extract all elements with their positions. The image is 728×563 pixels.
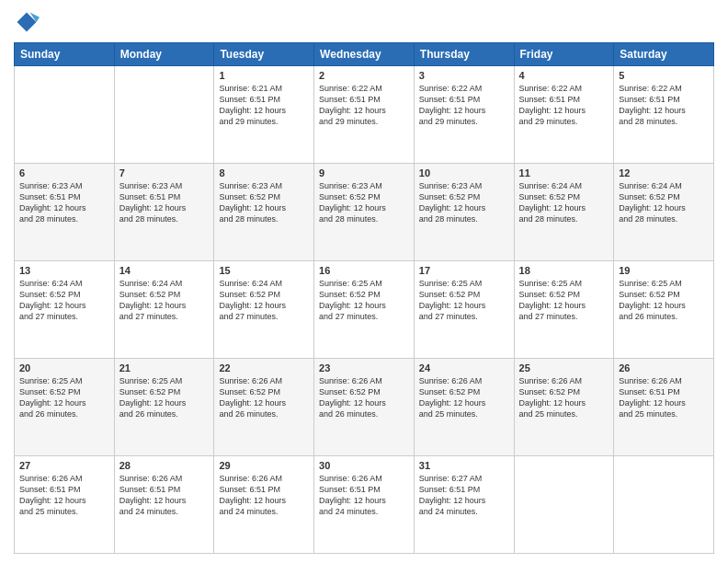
day-info: Sunrise: 6:24 AMSunset: 6:52 PMDaylight:…: [219, 278, 309, 323]
weekday-header: Friday: [514, 43, 614, 66]
day-info: Sunrise: 6:26 AMSunset: 6:51 PMDaylight:…: [219, 473, 309, 518]
calendar-table: SundayMondayTuesdayWednesdayThursdayFrid…: [14, 42, 714, 554]
day-number: 30: [319, 460, 409, 471]
day-info: Sunrise: 6:25 AMSunset: 6:52 PMDaylight:…: [619, 278, 709, 323]
day-number: 1: [219, 70, 309, 81]
weekday-header-row: SundayMondayTuesdayWednesdayThursdayFrid…: [15, 43, 714, 66]
day-info: Sunrise: 6:22 AMSunset: 6:51 PMDaylight:…: [319, 83, 409, 128]
day-number: 11: [519, 167, 609, 178]
day-number: 8: [219, 167, 309, 178]
day-info: Sunrise: 6:25 AMSunset: 6:52 PMDaylight:…: [519, 278, 609, 323]
calendar-cell: 14Sunrise: 6:24 AMSunset: 6:52 PMDayligh…: [114, 261, 214, 359]
calendar-cell: 5Sunrise: 6:22 AMSunset: 6:51 PMDaylight…: [614, 66, 714, 164]
calendar-cell: 19Sunrise: 6:25 AMSunset: 6:52 PMDayligh…: [614, 261, 714, 359]
day-number: 7: [119, 167, 210, 178]
calendar-cell: 24Sunrise: 6:26 AMSunset: 6:52 PMDayligh…: [414, 359, 514, 456]
day-number: 14: [119, 265, 210, 276]
day-number: 13: [19, 265, 109, 276]
calendar-cell: [514, 456, 614, 554]
day-number: 17: [419, 265, 509, 276]
calendar-cell: 11Sunrise: 6:24 AMSunset: 6:52 PMDayligh…: [514, 164, 614, 261]
header: [14, 9, 714, 35]
day-info: Sunrise: 6:23 AMSunset: 6:51 PMDaylight:…: [19, 180, 109, 225]
calendar-cell: 23Sunrise: 6:26 AMSunset: 6:52 PMDayligh…: [314, 359, 415, 456]
day-number: 28: [119, 460, 210, 471]
calendar-week-row: 6Sunrise: 6:23 AMSunset: 6:51 PMDaylight…: [15, 164, 714, 261]
calendar-cell: 21Sunrise: 6:25 AMSunset: 6:52 PMDayligh…: [114, 359, 214, 456]
day-number: 29: [219, 460, 309, 471]
calendar-cell: 30Sunrise: 6:26 AMSunset: 6:51 PMDayligh…: [314, 456, 415, 554]
calendar-week-row: 1Sunrise: 6:21 AMSunset: 6:51 PMDaylight…: [15, 66, 714, 164]
day-number: 25: [519, 362, 609, 373]
day-number: 22: [219, 362, 309, 373]
calendar-cell: 7Sunrise: 6:23 AMSunset: 6:51 PMDaylight…: [114, 164, 214, 261]
day-info: Sunrise: 6:24 AMSunset: 6:52 PMDaylight:…: [619, 180, 709, 225]
day-info: Sunrise: 6:26 AMSunset: 6:51 PMDaylight:…: [19, 473, 109, 518]
logo: [14, 9, 43, 35]
day-info: Sunrise: 6:26 AMSunset: 6:51 PMDaylight:…: [619, 375, 709, 420]
day-info: Sunrise: 6:27 AMSunset: 6:51 PMDaylight:…: [419, 473, 509, 518]
day-info: Sunrise: 6:24 AMSunset: 6:52 PMDaylight:…: [119, 278, 210, 323]
day-number: 12: [619, 167, 709, 178]
day-number: 16: [319, 265, 409, 276]
day-number: 3: [419, 70, 509, 81]
day-number: 10: [419, 167, 509, 178]
calendar-cell: 3Sunrise: 6:22 AMSunset: 6:51 PMDaylight…: [414, 66, 514, 164]
day-info: Sunrise: 6:26 AMSunset: 6:52 PMDaylight:…: [419, 375, 509, 420]
calendar-cell: [15, 66, 115, 164]
calendar-cell: 18Sunrise: 6:25 AMSunset: 6:52 PMDayligh…: [514, 261, 614, 359]
day-number: 31: [419, 460, 509, 471]
calendar-cell: 28Sunrise: 6:26 AMSunset: 6:51 PMDayligh…: [114, 456, 214, 554]
day-info: Sunrise: 6:22 AMSunset: 6:51 PMDaylight:…: [619, 83, 709, 128]
weekday-header: Monday: [114, 43, 214, 66]
day-info: Sunrise: 6:26 AMSunset: 6:51 PMDaylight:…: [319, 473, 409, 518]
day-number: 2: [319, 70, 409, 81]
calendar-cell: 10Sunrise: 6:23 AMSunset: 6:52 PMDayligh…: [414, 164, 514, 261]
calendar-week-row: 27Sunrise: 6:26 AMSunset: 6:51 PMDayligh…: [15, 456, 714, 554]
logo-icon: [14, 9, 40, 35]
day-info: Sunrise: 6:24 AMSunset: 6:52 PMDaylight:…: [519, 180, 609, 225]
day-info: Sunrise: 6:21 AMSunset: 6:51 PMDaylight:…: [219, 83, 309, 128]
calendar-cell: 6Sunrise: 6:23 AMSunset: 6:51 PMDaylight…: [15, 164, 115, 261]
calendar-cell: 8Sunrise: 6:23 AMSunset: 6:52 PMDaylight…: [214, 164, 314, 261]
weekday-header: Sunday: [15, 43, 115, 66]
day-number: 4: [519, 70, 609, 81]
day-number: 19: [619, 265, 709, 276]
calendar-week-row: 13Sunrise: 6:24 AMSunset: 6:52 PMDayligh…: [15, 261, 714, 359]
calendar-cell: 17Sunrise: 6:25 AMSunset: 6:52 PMDayligh…: [414, 261, 514, 359]
day-info: Sunrise: 6:26 AMSunset: 6:52 PMDaylight:…: [319, 375, 409, 420]
day-info: Sunrise: 6:26 AMSunset: 6:51 PMDaylight:…: [119, 473, 210, 518]
day-info: Sunrise: 6:24 AMSunset: 6:52 PMDaylight:…: [19, 278, 109, 323]
day-number: 6: [19, 167, 109, 178]
weekday-header: Tuesday: [214, 43, 314, 66]
weekday-header: Thursday: [414, 43, 514, 66]
day-info: Sunrise: 6:23 AMSunset: 6:52 PMDaylight:…: [419, 180, 509, 225]
day-info: Sunrise: 6:25 AMSunset: 6:52 PMDaylight:…: [19, 375, 109, 420]
calendar-cell: 20Sunrise: 6:25 AMSunset: 6:52 PMDayligh…: [15, 359, 115, 456]
day-info: Sunrise: 6:25 AMSunset: 6:52 PMDaylight:…: [419, 278, 509, 323]
day-number: 27: [19, 460, 109, 471]
day-info: Sunrise: 6:23 AMSunset: 6:51 PMDaylight:…: [119, 180, 210, 225]
day-number: 23: [319, 362, 409, 373]
day-info: Sunrise: 6:26 AMSunset: 6:52 PMDaylight:…: [219, 375, 309, 420]
calendar-cell: 12Sunrise: 6:24 AMSunset: 6:52 PMDayligh…: [614, 164, 714, 261]
weekday-header: Wednesday: [314, 43, 415, 66]
day-number: 21: [119, 362, 210, 373]
day-number: 15: [219, 265, 309, 276]
calendar-cell: 22Sunrise: 6:26 AMSunset: 6:52 PMDayligh…: [214, 359, 314, 456]
calendar-cell: 4Sunrise: 6:22 AMSunset: 6:51 PMDaylight…: [514, 66, 614, 164]
calendar-cell: [614, 456, 714, 554]
day-info: Sunrise: 6:25 AMSunset: 6:52 PMDaylight:…: [119, 375, 210, 420]
day-info: Sunrise: 6:23 AMSunset: 6:52 PMDaylight:…: [219, 180, 309, 225]
day-number: 9: [319, 167, 409, 178]
day-info: Sunrise: 6:26 AMSunset: 6:52 PMDaylight:…: [519, 375, 609, 420]
calendar-cell: 15Sunrise: 6:24 AMSunset: 6:52 PMDayligh…: [214, 261, 314, 359]
calendar-cell: 16Sunrise: 6:25 AMSunset: 6:52 PMDayligh…: [314, 261, 415, 359]
calendar-cell: 27Sunrise: 6:26 AMSunset: 6:51 PMDayligh…: [15, 456, 115, 554]
day-info: Sunrise: 6:23 AMSunset: 6:52 PMDaylight:…: [319, 180, 409, 225]
weekday-header: Saturday: [614, 43, 714, 66]
day-info: Sunrise: 6:22 AMSunset: 6:51 PMDaylight:…: [519, 83, 609, 128]
day-number: 20: [19, 362, 109, 373]
calendar-cell: 26Sunrise: 6:26 AMSunset: 6:51 PMDayligh…: [614, 359, 714, 456]
calendar-cell: 9Sunrise: 6:23 AMSunset: 6:52 PMDaylight…: [314, 164, 415, 261]
